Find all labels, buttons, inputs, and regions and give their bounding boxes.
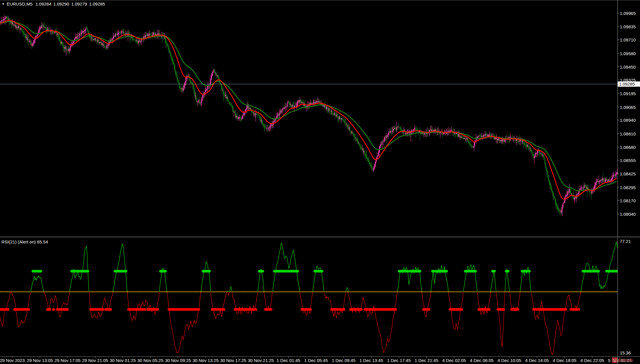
rsi-sell-dash <box>127 308 146 311</box>
rsi-sell-dash <box>264 308 272 311</box>
price-tick-label: 1.08295 <box>620 185 636 190</box>
rsi-buy-dash <box>464 270 477 273</box>
bull-candles <box>1 15 617 216</box>
watermark-text: EAHub <box>618 358 633 363</box>
time-tick-label: 1 Dec 05:45 <box>304 358 328 363</box>
rsi-buy-dash <box>398 270 409 273</box>
rsi-axis-max: 77.21 <box>620 239 631 244</box>
rsi-buy-dash <box>582 270 600 273</box>
time-tick-label: 29 Nov 13:05 <box>27 358 53 363</box>
rsi-sell-dash <box>422 308 430 311</box>
price-panel <box>0 15 617 216</box>
time-tick-label: 4 Dec 18:05 <box>553 358 577 363</box>
rsi-line-up <box>31 242 617 292</box>
time-tick-label: 4 Dec 10:05 <box>498 358 521 363</box>
rsi-axis-min: 15.36 <box>620 350 631 355</box>
time-tick-label: 30 Nov 13:25 <box>193 358 219 363</box>
ohlc-open: 1.09284 <box>35 1 51 6</box>
chart-window: ▼EURUSD,M51.092841.092901.092791.09285 R… <box>0 0 640 364</box>
rsi-sell-dash <box>167 308 200 311</box>
price-tick-label: 1.09965 <box>620 11 636 16</box>
price-tick-label: 1.08555 <box>620 158 636 163</box>
rsi-buy-dash <box>605 270 619 273</box>
rsi-buy-dash <box>258 270 264 273</box>
time-tick-label: 30 Nov 21:25 <box>248 358 274 363</box>
time-tick-label: 30 Nov 01:25 <box>110 358 136 363</box>
time-tick-label: 1 Dec 21:45 <box>415 358 438 363</box>
time-tick-label: 30 Nov 05:25 <box>137 358 163 363</box>
price-tick-label: 1.09065 <box>620 105 636 109</box>
rsi-sell-dash <box>497 308 505 311</box>
price-tick-label: 1.08680 <box>620 145 636 150</box>
ma-fast-red-line <box>0 20 616 199</box>
symbol-label: EURUSD,M5 <box>7 1 32 6</box>
chart-title: ▼EURUSD,M51.092841.092901.092791.09285 <box>2 1 107 6</box>
price-chart-canvas[interactable] <box>0 0 640 364</box>
rsi-buy-dash <box>159 270 167 273</box>
rsi-buy-dash <box>114 270 127 273</box>
price-tick-label: 1.09580 <box>620 51 636 56</box>
rsi-sell-dash <box>146 308 159 311</box>
rsi-buy-dash <box>505 270 510 273</box>
price-tick-label: 1.08040 <box>620 212 636 217</box>
ohlc-high: 1.09290 <box>53 1 69 6</box>
time-tick-label: 29 Nov 2023 <box>0 358 25 363</box>
time-tick-label: 4 Dec 22:05 <box>580 358 604 363</box>
rsi-buy-dash <box>202 270 211 273</box>
time-tick-label: 1 Dec 09:45 <box>332 358 356 363</box>
time-tick-label: 29 Nov 21:05 <box>82 358 108 363</box>
time-tick-label: 29 Nov 17:05 <box>54 358 80 363</box>
rsi-sell-dash <box>211 308 225 311</box>
watermark-logo-icon <box>612 357 617 363</box>
rsi-buy-dash <box>273 270 299 273</box>
rsi-sell-dash <box>330 308 345 311</box>
rsi-sell-dash <box>233 308 257 311</box>
time-tick-label: 30 Nov 09:25 <box>165 358 191 363</box>
rsi-buy-dash <box>521 270 531 273</box>
price-tick-label: 1.09195 <box>620 91 636 96</box>
rsi-buy-dash <box>32 270 42 273</box>
rsi-buy-dash <box>313 270 323 273</box>
rsi-sell-dash <box>449 308 463 311</box>
rsi-sell-dash <box>52 308 55 311</box>
rsi-buy-dash <box>70 270 89 273</box>
bear-candles <box>0 15 614 216</box>
rsi-buy-dash <box>434 270 448 273</box>
rsi-buy-dash <box>408 270 421 273</box>
rsi-sell-dash <box>478 308 490 311</box>
symbol-dropdown-icon[interactable]: ▼ <box>2 1 5 6</box>
price-tick-label: 1.08425 <box>620 171 636 176</box>
rsi-sell-dash <box>56 308 69 311</box>
rsi-sell-dash <box>300 308 312 311</box>
ohlc-low: 1.09279 <box>71 1 87 6</box>
rsi-sell-dash <box>570 308 580 311</box>
time-tick-label: 30 Nov 17:25 <box>220 358 246 363</box>
ohlc-close: 1.09285 <box>89 1 105 6</box>
rsi-panel <box>0 242 619 355</box>
watermark: EAHub <box>612 357 633 363</box>
price-tick-label: 1.09325 <box>620 77 636 82</box>
rsi-sell-dash <box>510 308 519 311</box>
rsi-sell-dash <box>13 308 30 311</box>
rsi-line-down <box>0 292 581 355</box>
rsi-sell-dash <box>532 308 567 311</box>
rsi-indicator-label: RSI(21) (Alert on) 65.54 <box>1 239 48 244</box>
price-tick-label: 1.08810 <box>620 131 636 136</box>
rsi-sell-dash <box>46 308 51 311</box>
time-tick-label: 4 Dec 06:05 <box>470 358 494 363</box>
time-tick-label: 1 Dec 17:45 <box>387 358 411 363</box>
rsi-sell-dash <box>89 308 104 311</box>
rsi-sell-dash <box>364 308 397 311</box>
rsi-sell-dash <box>104 308 112 311</box>
price-tick-label: 1.08940 <box>620 118 636 123</box>
time-tick-label: 4 Dec 14:05 <box>525 358 549 363</box>
rsi-sell-dash <box>0 308 10 311</box>
price-tick-label: 1.08170 <box>620 198 636 203</box>
rsi-buy-dash <box>491 270 496 273</box>
time-tick-label: 4 Dec 02:05 <box>442 358 466 363</box>
time-tick-label: 1 Dec 01:45 <box>277 358 300 363</box>
rsi-sell-dash <box>349 308 363 311</box>
price-tick-label: 1.09835 <box>620 24 636 29</box>
time-tick-label: 1 Dec 13:45 <box>359 358 383 363</box>
price-tick-label: 1.09450 <box>620 65 636 69</box>
